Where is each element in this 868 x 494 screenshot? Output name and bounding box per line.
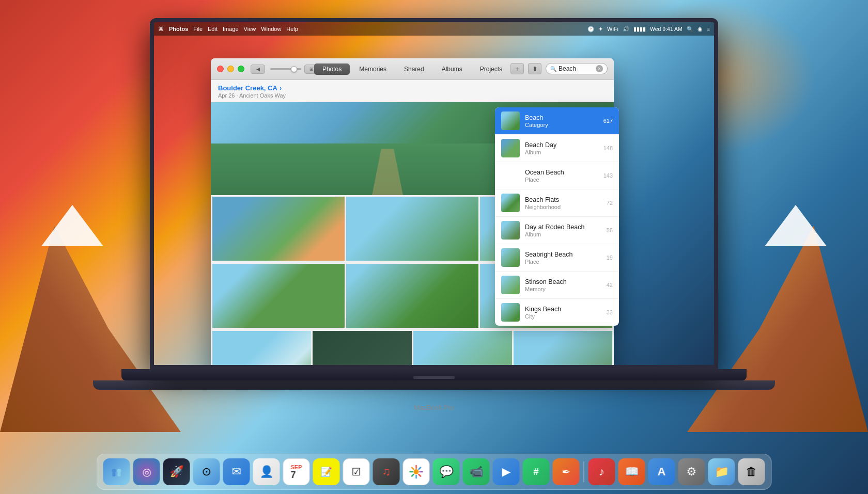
search-box[interactable]: 🔍 Beach ×: [546, 63, 608, 74]
photo-cell-couple[interactable]: [212, 197, 345, 261]
photo-cell-blue-sky[interactable]: [212, 331, 311, 365]
dock: ◎ 🚀 ⊙ ✉ 👤 SEP7 📝 ☑ ♫: [97, 454, 772, 490]
dropdown-text-flats: Beach Flats Neighborhood: [525, 196, 601, 210]
screen-menubar-left: ⌘ Photos File Edit Image View Window Hel…: [158, 26, 298, 33]
search-input[interactable]: Beach: [559, 65, 596, 72]
bluetooth-icon: ✦: [598, 26, 603, 32]
item-title-flats: Beach Flats: [525, 196, 601, 203]
maximize-button[interactable]: [238, 66, 244, 72]
menu-image[interactable]: Image: [223, 26, 239, 32]
dropdown-text-beach-day: Beach Day Album: [525, 141, 598, 155]
menu-edit[interactable]: Edit: [208, 26, 218, 32]
dock-icon-finder[interactable]: [103, 458, 130, 485]
search-icon: 🔍: [550, 66, 556, 72]
item-subtitle-flats: Neighborhood: [525, 204, 601, 210]
dock-icon-safari[interactable]: ⊙: [193, 458, 220, 485]
dock-icon-trash[interactable]: 🗑: [738, 458, 765, 485]
tab-photos[interactable]: Photos: [314, 63, 350, 75]
dropdown-item-beach-flats[interactable]: Beach Flats Neighborhood 72: [495, 189, 619, 217]
dock-icon-books[interactable]: 📖: [618, 458, 645, 485]
dropdown-text-ocean: Ocean Beach Place: [525, 169, 598, 183]
time-machine-icon: 🕐: [587, 26, 594, 33]
menu-window[interactable]: Window: [261, 26, 281, 32]
battery-icon: ▮▮▮▮: [633, 26, 646, 32]
laptop-screen: ⌘ Photos File Edit Image View Window Hel…: [150, 18, 718, 369]
laptop-frame: ⌘ Photos File Edit Image View Window Hel…: [150, 18, 718, 390]
photo-cell-group-backpacks[interactable]: [346, 264, 478, 328]
photo-cell-dark[interactable]: [313, 331, 411, 365]
menu-help[interactable]: Help: [286, 26, 298, 32]
dock-icon-messages[interactable]: 💬: [433, 458, 460, 485]
photo-cell-girl-pink[interactable]: [212, 264, 345, 328]
dock-icon-siri[interactable]: ◎: [133, 458, 160, 485]
dropdown-item-ocean-beach[interactable]: Ocean Beach Place 143: [495, 162, 619, 189]
item-subtitle-rodeo: Album: [525, 231, 601, 237]
zoom-slider[interactable]: [270, 68, 301, 70]
svg-rect-2: [113, 472, 116, 476]
wifi-icon: WiFi: [607, 26, 618, 32]
dock-icon-launchpad[interactable]: 🚀: [163, 458, 190, 485]
notification-icon[interactable]: ≡: [707, 26, 710, 32]
user-icon[interactable]: ◉: [698, 26, 703, 32]
dropdown-item-seabright[interactable]: Seabright Beach Place 19: [495, 244, 619, 272]
dock-icon-facetime[interactable]: 📹: [463, 458, 490, 485]
dock-icon-calendar[interactable]: SEP7: [283, 458, 310, 485]
location-bar: Boulder Creek, CA › Apr 26 · Ancient Oak…: [211, 80, 614, 102]
dropdown-item-rodeo-beach[interactable]: Day at Rodeo Beach Album 56: [495, 217, 619, 244]
search-clear-button[interactable]: ×: [596, 65, 603, 72]
menu-view[interactable]: View: [244, 26, 256, 32]
dropdown-thumb-beach: [501, 111, 520, 130]
snow-left: [41, 205, 103, 246]
dock-icon-folder[interactable]: 📁: [708, 458, 735, 485]
item-title-kings: Kings Beach: [525, 306, 601, 313]
dropdown-item-stinson[interactable]: Stinson Beach Memory 42: [495, 272, 619, 299]
dock-icon-photos[interactable]: [403, 458, 430, 485]
dropdown-text-kings: Kings Beach City: [525, 306, 601, 320]
dropdown-thumb-kings: [501, 303, 520, 322]
item-subtitle-stinson: Memory: [525, 286, 601, 292]
tab-memories[interactable]: Memories: [351, 63, 395, 75]
item-title-beach: Beach: [525, 114, 598, 121]
svg-line-10: [419, 474, 421, 476]
share-button[interactable]: ⬆: [528, 63, 541, 74]
photos-window: ◀ ⊞ Photos Memories S: [211, 58, 614, 365]
location-city[interactable]: Boulder Creek, CA ›: [218, 84, 607, 92]
window-titlebar: ◀ ⊞ Photos Memories S: [211, 58, 614, 80]
dropdown-item-kings[interactable]: Kings Beach City 33: [495, 299, 619, 326]
dock-icon-reminders[interactable]: ☑: [343, 458, 370, 485]
spotlight-icon[interactable]: 🔍: [687, 26, 693, 33]
dock-icon-numbers[interactable]: #: [523, 458, 550, 485]
dock-icon-keynote[interactable]: ▶: [493, 458, 520, 485]
item-title-seabright: Seabright Beach: [525, 251, 601, 258]
window-toolbar-controls: ◀ ⊞: [251, 65, 319, 74]
dock-icon-appstore[interactable]: A: [648, 458, 675, 485]
photo-cell-man-standing[interactable]: [514, 331, 612, 365]
dock-icon-itunes[interactable]: ♫: [373, 458, 400, 485]
add-button[interactable]: +: [510, 63, 524, 74]
item-subtitle-beach-day: Album: [525, 149, 598, 155]
tab-projects[interactable]: Projects: [472, 63, 510, 75]
tab-albums[interactable]: Albums: [433, 63, 471, 75]
tab-shared[interactable]: Shared: [396, 63, 432, 75]
photo-cell-kids-field[interactable]: [413, 331, 512, 365]
apple-menu-icon[interactable]: ⌘: [158, 26, 164, 33]
dropdown-item-beach-day[interactable]: Beach Day Album 148: [495, 135, 619, 162]
dock-icon-pages[interactable]: ✒: [553, 458, 580, 485]
dock-icon-music[interactable]: ♪: [588, 458, 615, 485]
nav-tabs: Photos Memories Shared Albums Projects: [314, 63, 510, 75]
slider-track: [270, 68, 301, 70]
item-count-beach-day: 148: [603, 145, 613, 151]
minimize-button[interactable]: [227, 66, 234, 72]
dock-icon-stickies[interactable]: 📝: [313, 458, 340, 485]
menu-file[interactable]: File: [193, 26, 203, 32]
dock-icon-contacts[interactable]: 👤: [253, 458, 280, 485]
dock-icon-systemprefs[interactable]: ⚙: [678, 458, 705, 485]
svg-line-9: [412, 468, 414, 470]
close-button[interactable]: [217, 66, 224, 72]
dock-icon-mail[interactable]: ✉: [223, 458, 250, 485]
app-name-label: Photos: [169, 26, 188, 32]
dropdown-item-beach-category[interactable]: Beach Category 617: [495, 107, 619, 135]
photo-cell-hikers[interactable]: [346, 197, 478, 261]
back-button[interactable]: ◀: [251, 65, 265, 74]
screen-menubar: ⌘ Photos File Edit Image View Window Hel…: [154, 22, 714, 36]
